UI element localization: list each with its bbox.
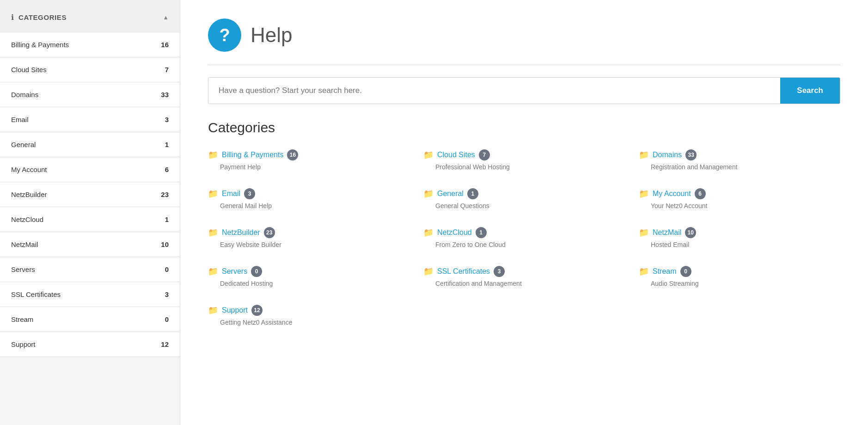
category-desc: Hosted Email (651, 241, 840, 248)
sidebar-item-label: General (11, 141, 36, 148)
sidebar-item[interactable]: Domains33 (0, 82, 180, 107)
categories-grid: 📁 Billing & Payments 16 Payment Help 📁 C… (208, 149, 840, 344)
collapse-icon[interactable]: ▲ (163, 14, 169, 21)
folder-icon: 📁 (208, 266, 218, 277)
sidebar-item[interactable]: SSL Certificates3 (0, 282, 180, 307)
category-card: 📁 Stream 0 Audio Streaming (639, 266, 840, 287)
category-desc: From Zero to One Cloud (435, 241, 625, 248)
search-bar: Search (208, 77, 840, 104)
sidebar-item-label: NetzCloud (11, 216, 43, 223)
sidebar-item-label: Cloud Sites (11, 66, 47, 74)
sidebar-item[interactable]: General1 (0, 132, 180, 157)
category-badge: 12 (251, 305, 263, 316)
sidebar-item-label: Servers (11, 265, 35, 273)
sidebar-item-label: Billing & Payments (11, 41, 69, 49)
category-card: 📁 Email 3 General Mail Help (208, 188, 410, 209)
sidebar-item-label: Support (11, 340, 36, 348)
help-header: ? Help (208, 18, 840, 52)
category-link[interactable]: NetzMail (653, 228, 681, 237)
sidebar-item[interactable]: Billing & Payments16 (0, 32, 180, 57)
category-link[interactable]: General (437, 190, 464, 198)
sidebar-item-count: 3 (165, 290, 169, 298)
category-card-header: 📁 My Account 6 (639, 188, 840, 199)
category-link[interactable]: Email (222, 190, 240, 198)
category-link[interactable]: Servers (222, 267, 247, 276)
sidebar-item[interactable]: Cloud Sites7 (0, 57, 180, 82)
folder-icon: 📁 (423, 266, 434, 277)
category-badge: 10 (685, 227, 696, 238)
category-card-header: 📁 Stream 0 (639, 266, 840, 277)
category-desc: Payment Help (220, 163, 410, 171)
folder-icon: 📁 (639, 189, 649, 199)
sidebar: ℹ CATEGORIES ▲ Billing & Payments16Cloud… (0, 0, 180, 425)
sidebar-item[interactable]: Email3 (0, 107, 180, 132)
sidebar-item-label: NetzBuilder (11, 191, 47, 198)
category-card-header: 📁 NetzMail 10 (639, 227, 840, 238)
category-link[interactable]: SSL Certificates (437, 267, 490, 276)
category-link[interactable]: Cloud Sites (437, 151, 475, 159)
category-badge: 16 (287, 149, 298, 160)
category-badge: 3 (494, 266, 505, 277)
sidebar-item[interactable]: NetzMail10 (0, 232, 180, 257)
sidebar-item[interactable]: Support12 (0, 332, 180, 357)
category-desc: Professional Web Hosting (435, 163, 625, 171)
sidebar-items-list: Billing & Payments16Cloud Sites7Domains3… (0, 32, 180, 357)
category-badge: 1 (467, 188, 478, 199)
folder-icon: 📁 (639, 150, 649, 160)
sidebar-item-label: Email (11, 116, 29, 123)
sidebar-item-count: 10 (161, 240, 169, 248)
search-button[interactable]: Search (780, 78, 840, 104)
sidebar-item-label: SSL Certificates (11, 290, 61, 298)
folder-icon: 📁 (208, 305, 218, 315)
category-card-header: 📁 Billing & Payments 16 (208, 149, 410, 160)
category-badge: 33 (685, 149, 697, 160)
sidebar-item-count: 6 (165, 166, 169, 173)
category-card: 📁 NetzBuilder 23 Easy Website Builder (208, 227, 410, 248)
folder-icon: 📁 (423, 228, 434, 238)
search-input[interactable] (208, 78, 780, 104)
category-link[interactable]: Stream (653, 267, 677, 276)
sidebar-item-label: NetzMail (11, 240, 38, 248)
category-card-header: 📁 Email 3 (208, 188, 410, 199)
sidebar-header: ℹ CATEGORIES ▲ (0, 0, 180, 32)
sidebar-item[interactable]: NetzBuilder23 (0, 182, 180, 207)
info-icon: ℹ (11, 13, 14, 22)
sidebar-item-label: Domains (11, 91, 38, 99)
category-desc: Your Netz0 Account (651, 202, 840, 209)
category-card: 📁 Support 12 Getting Netz0 Assistance (208, 305, 410, 326)
category-card: 📁 My Account 6 Your Netz0 Account (639, 188, 840, 209)
category-link[interactable]: Billing & Payments (222, 151, 283, 159)
sidebar-item[interactable]: My Account6 (0, 157, 180, 182)
category-card-header: 📁 Support 12 (208, 305, 410, 316)
category-link[interactable]: My Account (653, 190, 691, 198)
category-card: 📁 Cloud Sites 7 Professional Web Hosting (423, 149, 625, 171)
folder-icon: 📁 (423, 189, 434, 199)
category-link[interactable]: Support (222, 306, 248, 314)
category-card-header: 📁 NetzCloud 1 (423, 227, 625, 238)
category-link[interactable]: NetzBuilder (222, 228, 260, 237)
category-badge: 23 (264, 227, 275, 238)
folder-icon: 📁 (639, 228, 649, 238)
divider (208, 65, 840, 65)
category-card-header: 📁 General 1 (423, 188, 625, 199)
folder-icon: 📁 (639, 266, 649, 277)
folder-icon: 📁 (208, 150, 218, 160)
categories-heading: Categories (208, 120, 840, 136)
sidebar-item[interactable]: Servers0 (0, 257, 180, 282)
sidebar-item[interactable]: Stream0 (0, 307, 180, 332)
category-link[interactable]: NetzCloud (437, 228, 472, 237)
sidebar-item[interactable]: NetzCloud1 (0, 207, 180, 232)
category-badge: 0 (680, 266, 691, 277)
category-card: 📁 Servers 0 Dedicated Hosting (208, 266, 410, 287)
sidebar-item-count: 1 (165, 216, 169, 223)
category-desc: Dedicated Hosting (220, 280, 410, 287)
sidebar-item-count: 0 (165, 265, 169, 273)
category-card: 📁 General 1 General Questions (423, 188, 625, 209)
category-desc: Audio Streaming (651, 280, 840, 287)
category-desc: Easy Website Builder (220, 241, 410, 248)
sidebar-item-count: 16 (161, 41, 169, 49)
category-link[interactable]: Domains (653, 151, 682, 159)
category-card: 📁 NetzMail 10 Hosted Email (639, 227, 840, 248)
folder-icon: 📁 (208, 228, 218, 238)
category-desc: General Questions (435, 202, 625, 209)
